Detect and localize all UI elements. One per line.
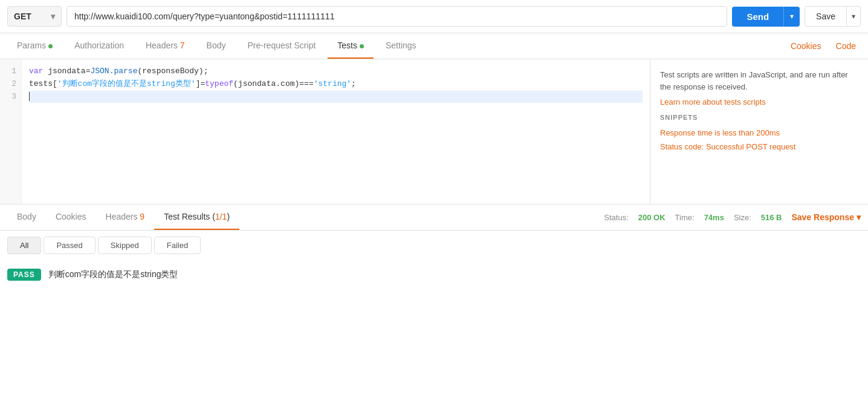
method-value: GET bbox=[14, 11, 31, 21]
filter-failed-button[interactable]: Failed bbox=[154, 237, 201, 254]
time-label: Time: bbox=[675, 213, 695, 222]
filter-skipped-button[interactable]: Skipped bbox=[98, 237, 152, 254]
test-results-list: PASS 判断com字段的值是不是string类型 bbox=[0, 260, 868, 289]
tab-params[interactable]: Params bbox=[7, 33, 62, 59]
res-tab-headers[interactable]: Headers 9 bbox=[96, 204, 155, 230]
req-tab-right: Cookies Code bbox=[786, 34, 861, 58]
time-value: 74ms bbox=[704, 213, 724, 222]
main-content: 1 2 3 var jsondata=JSON.parse(responseBo… bbox=[0, 59, 868, 204]
test-result-row: PASS 判断com字段的值是不是string类型 bbox=[7, 265, 861, 284]
response-status: Status: 200 OK Time: 74ms Size: 516 B Sa… bbox=[604, 212, 861, 222]
send-btn-group: Send ▾ bbox=[732, 7, 800, 27]
res-tab-body[interactable]: Body bbox=[7, 204, 46, 230]
params-dot bbox=[48, 44, 53, 48]
filter-tabs: All Passed Skipped Failed bbox=[0, 231, 868, 260]
code-line-2: tests['判断com字段的值是不是string类型']=typeof(jso… bbox=[29, 78, 643, 91]
learn-more-link[interactable]: Learn more about tests scripts bbox=[660, 97, 766, 106]
tab-settings[interactable]: Settings bbox=[376, 33, 426, 59]
url-input[interactable] bbox=[66, 6, 727, 27]
code-content[interactable]: var jsondata=JSON.parse(responseBody); t… bbox=[22, 59, 650, 204]
save-button[interactable]: Save bbox=[805, 6, 847, 27]
url-bar: GET ▾ Send ▾ Save ▾ bbox=[0, 0, 868, 33]
right-panel: Test scripts are written in JavaScript, … bbox=[650, 59, 868, 204]
filter-all-button[interactable]: All bbox=[7, 237, 41, 254]
tab-tests[interactable]: Tests bbox=[328, 33, 374, 59]
response-area: Body Cookies Headers 9 Test Results (1/1… bbox=[0, 204, 868, 289]
tests-dot bbox=[360, 44, 364, 48]
text-cursor bbox=[29, 92, 34, 101]
status-value: 200 OK bbox=[638, 213, 666, 222]
method-selector[interactable]: GET ▾ bbox=[7, 6, 62, 27]
request-tabs: Params Authorization Headers 7 Body Pre-… bbox=[0, 33, 868, 59]
code-line-1: var jsondata=JSON.parse(responseBody); bbox=[29, 65, 643, 78]
test-name: 判断com字段的值是不是string类型 bbox=[48, 269, 178, 280]
filter-passed-button[interactable]: Passed bbox=[44, 237, 95, 254]
tab-prerequest[interactable]: Pre-request Script bbox=[238, 33, 325, 59]
tab-headers[interactable]: Headers 7 bbox=[136, 33, 195, 59]
code-editor[interactable]: 1 2 3 var jsondata=JSON.parse(responseBo… bbox=[0, 59, 650, 204]
code-line-3 bbox=[29, 91, 643, 103]
send-button[interactable]: Send bbox=[732, 7, 783, 27]
save-response-button[interactable]: Save Response ▾ bbox=[792, 212, 861, 222]
save-btn-group: Save ▾ bbox=[805, 6, 861, 27]
pass-badge: PASS bbox=[7, 269, 41, 281]
send-dropdown-button[interactable]: ▾ bbox=[783, 7, 800, 27]
tab-authorization[interactable]: Authorization bbox=[65, 33, 134, 59]
method-chevron-icon: ▾ bbox=[51, 11, 55, 21]
line-numbers: 1 2 3 bbox=[0, 59, 22, 204]
size-label: Size: bbox=[734, 213, 751, 222]
save-dropdown-button[interactable]: ▾ bbox=[847, 6, 861, 27]
snippet-status-code[interactable]: Status code: Successful POST request bbox=[660, 140, 858, 154]
code-link[interactable]: Code bbox=[831, 34, 861, 58]
response-tabs: Body Cookies Headers 9 Test Results (1/1… bbox=[0, 204, 868, 231]
right-panel-description: Test scripts are written in JavaScript, … bbox=[660, 69, 858, 93]
cookies-link[interactable]: Cookies bbox=[786, 34, 826, 58]
size-value: 516 B bbox=[761, 213, 782, 222]
snippets-title: SNIPPETS bbox=[660, 114, 858, 121]
res-tab-cookies[interactable]: Cookies bbox=[46, 204, 96, 230]
status-label: Status: bbox=[604, 213, 628, 222]
save-response-chevron-icon: ▾ bbox=[857, 212, 861, 222]
snippet-response-time[interactable]: Response time is less than 200ms bbox=[660, 126, 858, 140]
res-tab-test-results[interactable]: Test Results (1/1) bbox=[154, 204, 239, 230]
tab-body[interactable]: Body bbox=[197, 33, 236, 59]
